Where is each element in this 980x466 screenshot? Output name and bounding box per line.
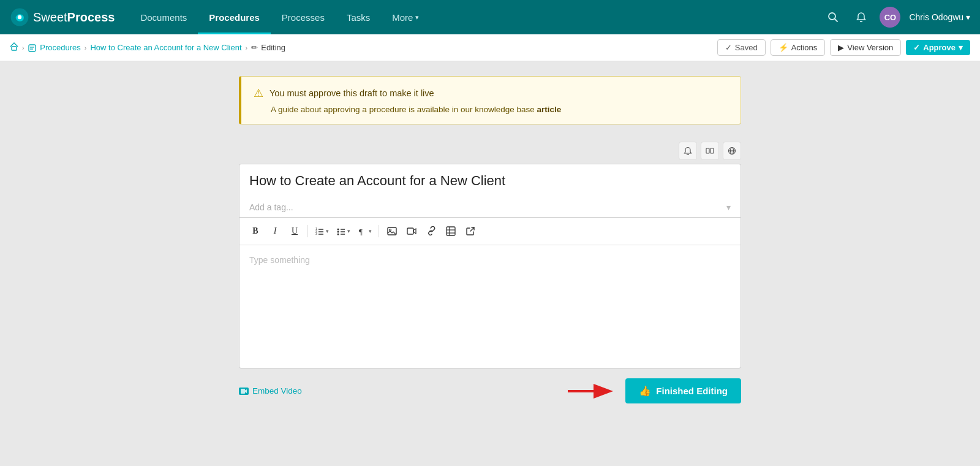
svg-line-3 [835, 19, 838, 22]
user-name[interactable]: Chris Odogwu ▾ [909, 12, 970, 22]
svg-rect-5 [29, 45, 36, 52]
svg-text:3: 3 [315, 232, 317, 235]
finished-editing-button[interactable]: 👍 Finished Editing [625, 378, 741, 403]
columns-icon [706, 147, 714, 155]
search-button[interactable] [823, 7, 843, 27]
home-icon [10, 42, 18, 51]
actions-button[interactable]: ⚡ Actions [771, 39, 826, 56]
svg-rect-33 [241, 389, 245, 394]
svg-point-19 [337, 229, 339, 231]
editor-top-icons [239, 142, 741, 160]
avatar: CO [880, 7, 900, 28]
insert-image-button[interactable] [383, 223, 401, 240]
breadcrumb-sep-1: › [22, 44, 24, 52]
notifications-button[interactable] [851, 7, 871, 27]
brand-logo-link[interactable]: SweetProcess [10, 7, 115, 27]
svg-text:¶: ¶ [359, 227, 363, 236]
breadcrumb-sep-2: › [85, 44, 87, 52]
toolbar-sep-2 [379, 225, 379, 237]
rich-editor: B I U 1 2 3 ▾ [239, 218, 741, 369]
svg-point-20 [337, 231, 339, 233]
brand-logo-icon [10, 7, 29, 27]
notification-settings-button[interactable] [679, 142, 697, 160]
view-version-button[interactable]: ▶ View Version [830, 39, 901, 56]
pencil-icon: ✏ [251, 43, 258, 52]
play-icon: ▶ [838, 43, 844, 52]
navbar: SweetProcess Documents Procedures Proces… [0, 0, 980, 34]
nav-tasks[interactable]: Tasks [336, 0, 381, 34]
search-icon [827, 12, 839, 23]
insert-table-button[interactable] [442, 223, 459, 240]
svg-rect-9 [710, 148, 714, 153]
paragraph-button[interactable]: ¶ ▾ [355, 223, 374, 240]
bold-button[interactable]: B [247, 223, 264, 240]
approve-button[interactable]: ✓ Approve ▾ [906, 40, 970, 55]
nav-processes[interactable]: Processes [271, 0, 336, 34]
checkmark-icon: ✓ [913, 43, 920, 52]
external-link-button[interactable] [462, 223, 479, 240]
breadcrumb-procedures[interactable]: Procedures [28, 43, 81, 52]
unordered-list-button[interactable]: ▾ [334, 223, 353, 240]
columns-settings-button[interactable] [701, 142, 719, 160]
bell-editor-icon [684, 147, 692, 155]
bell-nav-icon [856, 12, 867, 23]
editor-body[interactable]: Type something [239, 245, 741, 368]
breadcrumb-home[interactable] [10, 42, 18, 53]
nav-documents[interactable]: Documents [129, 0, 198, 34]
nav-right: CO Chris Odogwu ▾ [823, 7, 970, 28]
svg-rect-8 [706, 148, 709, 153]
nav-procedures[interactable]: Procedures [198, 0, 271, 34]
warning-title: ⚠ You must approve this draft to make it… [254, 86, 728, 100]
breadcrumb-editing: ✏ Editing [251, 43, 285, 52]
saved-button[interactable]: ✓ Saved [717, 39, 766, 56]
svg-rect-28 [407, 228, 413, 234]
breadcrumb-sep-3: › [246, 44, 248, 52]
paragraph-icon: ¶ [358, 226, 368, 236]
procedure-title-input[interactable] [239, 164, 741, 197]
nav-links: Documents Procedures Processes Tasks Mor… [129, 0, 823, 34]
ordered-list-chevron-icon: ▾ [326, 228, 329, 234]
table-icon [446, 226, 456, 236]
italic-button[interactable]: I [266, 223, 284, 240]
svg-rect-4 [12, 47, 17, 50]
insert-link-button[interactable] [423, 223, 440, 240]
unordered-list-icon [336, 226, 346, 236]
breadcrumb: › Procedures › How to Create an Account … [10, 42, 285, 53]
lightning-icon: ⚡ [778, 43, 788, 52]
link-icon [426, 226, 436, 236]
tag-chevron-icon: ▾ [726, 202, 731, 212]
more-chevron-icon: ▾ [415, 13, 419, 21]
embed-video-icon [239, 388, 249, 395]
language-settings-button[interactable] [723, 142, 741, 160]
editor-container: Add a tag... ▾ B I U 1 2 3 [239, 142, 741, 369]
approve-chevron-icon: ▾ [959, 43, 963, 52]
warning-article-link[interactable]: article [537, 105, 562, 114]
main-content: ⚠ You must approve this draft to make it… [0, 61, 980, 418]
paragraph-chevron-icon: ▾ [369, 228, 372, 234]
tag-input[interactable]: Add a tag... ▾ [239, 197, 741, 218]
breadcrumb-actions: ✓ Saved ⚡ Actions ▶ View Version ✓ Appro… [717, 39, 970, 56]
svg-point-21 [337, 234, 339, 235]
video-icon [407, 226, 417, 236]
insert-video-button[interactable] [403, 223, 420, 240]
embed-video-button[interactable]: Embed Video [239, 386, 302, 395]
unordered-list-chevron-icon: ▾ [347, 228, 350, 234]
editor-bottom-row: Embed Video 👍 Finished Editing [239, 378, 741, 403]
svg-point-27 [390, 229, 391, 231]
ordered-list-icon: 1 2 3 [315, 226, 325, 236]
breadcrumb-procedure-title[interactable]: How to Create an Account for a New Clien… [90, 43, 241, 52]
editor-toolbar: B I U 1 2 3 ▾ [239, 218, 741, 245]
procedures-icon [28, 44, 36, 52]
warning-icon: ⚠ [254, 86, 263, 100]
editor-placeholder: Type something [249, 255, 310, 265]
thumbsup-icon: 👍 [639, 385, 651, 397]
ordered-list-button[interactable]: 1 2 3 ▾ [312, 223, 331, 240]
globe-icon [728, 147, 736, 155]
tag-placeholder: Add a tag... [249, 202, 293, 212]
svg-point-1 [18, 15, 21, 19]
video-embed-icon [241, 389, 247, 394]
underline-button[interactable]: U [286, 223, 303, 240]
warning-box: ⚠ You must approve this draft to make it… [239, 76, 741, 124]
toolbar-sep-1 [307, 225, 308, 237]
nav-more[interactable]: More ▾ [381, 0, 430, 34]
